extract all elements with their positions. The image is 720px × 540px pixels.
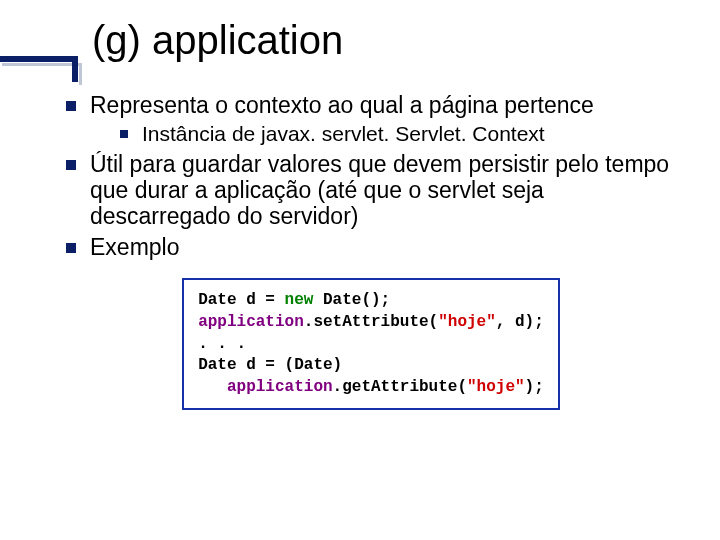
code-l5b: .getAttribute( — [333, 378, 467, 396]
title-decor-bar-h — [0, 56, 78, 62]
bullet-1-sub-text: Instância de javax. servlet. Servlet. Co… — [142, 122, 545, 145]
code-l2b: .setAttribute( — [304, 313, 438, 331]
slide-body: Representa o contexto ao qual a página p… — [0, 88, 720, 410]
bullet-3-text: Exemplo — [90, 234, 179, 260]
code-l5d: ); — [525, 378, 544, 396]
slide-title: (g) application — [0, 18, 720, 63]
bullet-1-text: Representa o contexto ao qual a página p… — [90, 92, 594, 118]
bullet-2: Útil para guardar valores que devem pers… — [60, 151, 682, 230]
code-l1a: Date d = — [198, 291, 284, 309]
code-l2-object: application — [198, 313, 304, 331]
bullet-1-sub: Instância de javax. servlet. Servlet. Co… — [116, 122, 682, 146]
code-l2d: , d); — [496, 313, 544, 331]
title-decor-shadow-h — [2, 63, 80, 66]
bullet-2-text: Útil para guardar valores que devem pers… — [90, 151, 669, 230]
bullet-1: Representa o contexto ao qual a página p… — [60, 92, 682, 147]
code-example: Date d = new Date(); application.setAttr… — [182, 278, 560, 410]
code-l1c: Date(); — [313, 291, 390, 309]
code-l3: . . . — [198, 335, 246, 353]
code-example-wrap: Date d = new Date(); application.setAttr… — [60, 278, 682, 410]
code-l5-string: "hoje" — [467, 378, 525, 396]
slide: (g) application Representa o contexto ao… — [0, 0, 720, 540]
code-l5-object: application — [198, 378, 332, 396]
code-l2-string: "hoje" — [438, 313, 496, 331]
title-decor-shadow-v — [79, 63, 82, 85]
bullet-3: Exemplo — [60, 234, 682, 260]
title-area: (g) application — [0, 0, 720, 88]
code-l4: Date d = (Date) — [198, 356, 342, 374]
code-l1-keyword: new — [285, 291, 314, 309]
title-decor-bar-v — [72, 56, 78, 82]
bullet-1-sublist: Instância de javax. servlet. Servlet. Co… — [116, 122, 682, 146]
bullet-list: Representa o contexto ao qual a página p… — [60, 92, 682, 260]
